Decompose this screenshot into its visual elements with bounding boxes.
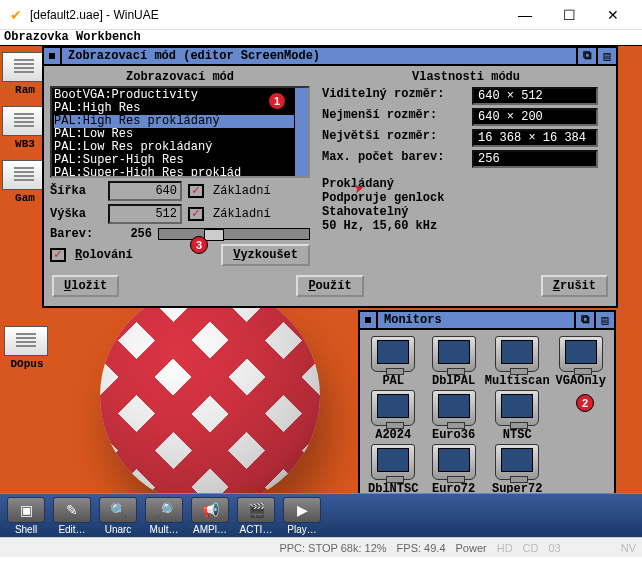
monitors-title: Monitors [378,313,574,327]
monitor-icon [432,336,476,372]
dock-item[interactable]: 🔍Unarc [96,497,140,535]
screenmode-window: Zobrazovací mód (editor ScreenMode) ⧉ ▤ … [42,46,618,308]
monitors-close-gadget[interactable] [360,312,378,328]
drawer-icon [2,52,46,82]
workbench-desktop[interactable]: Ram WB3 Gam DOpus Zobrazovací mód (edito… [0,46,642,493]
width-input[interactable] [108,181,182,201]
minimize-button[interactable]: — [504,4,546,26]
monitor-item[interactable]: Euro72 [424,444,482,496]
maximize-button[interactable]: ☐ [548,4,590,26]
status-fps: FPS: 49.4 [397,542,446,554]
basic-label: Základní [213,207,271,221]
monitor-item[interactable]: Euro36 [424,390,482,442]
group-left-title: Zobrazovací mód [50,70,310,84]
status-num: 03 [548,542,560,554]
dock-item[interactable]: ✎Edit… [50,497,94,535]
scroll-checkbox[interactable] [50,248,66,262]
dock-item[interactable]: ▶Play… [280,497,324,535]
width-default-checkbox[interactable] [188,184,204,198]
status-hd: HD [497,542,513,554]
monitor-icon [432,390,476,426]
prop-min-value: 640 × 200 [472,108,598,126]
drawer-icon [2,106,46,136]
dock-item[interactable]: 📢AMPl… [188,497,232,535]
screenmode-close-gadget[interactable] [44,48,62,64]
screenmode-title: Zobrazovací mód (editor ScreenMode) [62,49,576,63]
prop-max-value: 16 368 × 16 384 [472,129,598,147]
window-title: [default2.uae] - WinUAE [30,8,504,22]
status-ppc: PPC: STOP 68k: 12% [279,542,386,554]
edit-icon: ✎ [53,497,91,523]
prop-visible-value: 640 × 512 [472,87,598,105]
monitor-item[interactable]: A2024 [364,390,422,442]
monitors-window: Monitors ⧉ ▤ PALDblPALMultiscanVGAOnlyA2… [358,310,616,510]
close-button[interactable]: ✕ [592,4,634,26]
amplifier-icon: 📢 [191,497,229,523]
colors-label: Barev: [50,227,102,241]
boing-ball-background [100,286,320,506]
multiview-icon: 🔎 [145,497,183,523]
amidock: ▣Shell ✎Edit… 🔍Unarc 🔎Mult… 📢AMPl… 🎬ACTI… [0,493,642,537]
status-power: Power [456,542,487,554]
zoom-gadget[interactable]: ⧉ [574,312,594,328]
height-label: Výška [50,207,102,221]
save-button[interactable]: Uložit [52,275,119,297]
feature-draggable: Stahovatelný [322,205,610,219]
monitor-icon [371,336,415,372]
monitor-icon [371,390,415,426]
height-input[interactable] [108,204,182,224]
colors-slider[interactable] [158,228,310,240]
monitor-icon [495,336,539,372]
scroll-label: Rolování [75,248,133,262]
play-icon: ▶ [283,497,321,523]
list-item[interactable]: PAL:Super-High Res proklád [54,167,306,178]
monitor-icon [432,444,476,480]
drawer-icon [2,160,46,190]
colors-value: 256 [108,227,152,241]
emulator-statusbar: PPC: STOP 68k: 12% FPS: 49.4 Power HD CD… [0,537,642,557]
try-button[interactable]: Vyzkoušet [221,244,310,266]
os-titlebar: ✔ [default2.uae] - WinUAE — ☐ ✕ [0,0,642,30]
basic-label: Základní [213,184,271,198]
monitor-item[interactable]: DblPAL [424,336,482,388]
shell-icon: ▣ [7,497,45,523]
depth-gadget[interactable]: ▤ [594,312,614,328]
badge-2: 2 [576,394,594,412]
action-icon: 🎬 [237,497,275,523]
unarc-icon: 🔍 [99,497,137,523]
group-right-title: Vlastnosti módu [322,70,610,84]
monitor-item[interactable]: NTSC [485,390,550,442]
badge-1: 1 [268,92,286,110]
height-default-checkbox[interactable] [188,207,204,221]
monitor-icon [495,390,539,426]
dock-item[interactable]: 🎬ACTI… [234,497,278,535]
drawer-icon [4,326,48,356]
monitor-item[interactable]: DblNTSC [364,444,422,496]
use-button[interactable]: Použít [296,275,363,297]
mode-list-scrollbar[interactable] [294,88,308,176]
monitor-icon [559,336,603,372]
badge-3: 3 [190,236,208,254]
prop-maxcolors-value: 256 [472,150,598,168]
monitor-icon [371,444,415,480]
monitor-item[interactable]: Multiscan [485,336,550,388]
workbench-title: Obrazovka Workbench [0,30,642,46]
app-icon: ✔ [8,7,24,23]
feature-freq: 50 Hz, 15,60 kHz [322,219,610,233]
monitor-icon [495,444,539,480]
monitor-item[interactable]: PAL [364,336,422,388]
monitor-item [552,444,610,496]
cancel-button[interactable]: Zrušit [541,275,608,297]
monitor-item[interactable]: VGAOnly [552,336,610,388]
desktop-icon-dopus[interactable]: DOpus [4,326,50,370]
depth-gadget[interactable]: ▤ [596,48,616,64]
status-cd: CD [523,542,539,554]
dock-item[interactable]: 🔎Mult… [142,497,186,535]
dock-item[interactable]: ▣Shell [4,497,48,535]
width-label: Šířka [50,184,102,198]
status-nv: NV [621,542,636,554]
zoom-gadget[interactable]: ⧉ [576,48,596,64]
monitor-item[interactable]: Super72 [485,444,550,496]
